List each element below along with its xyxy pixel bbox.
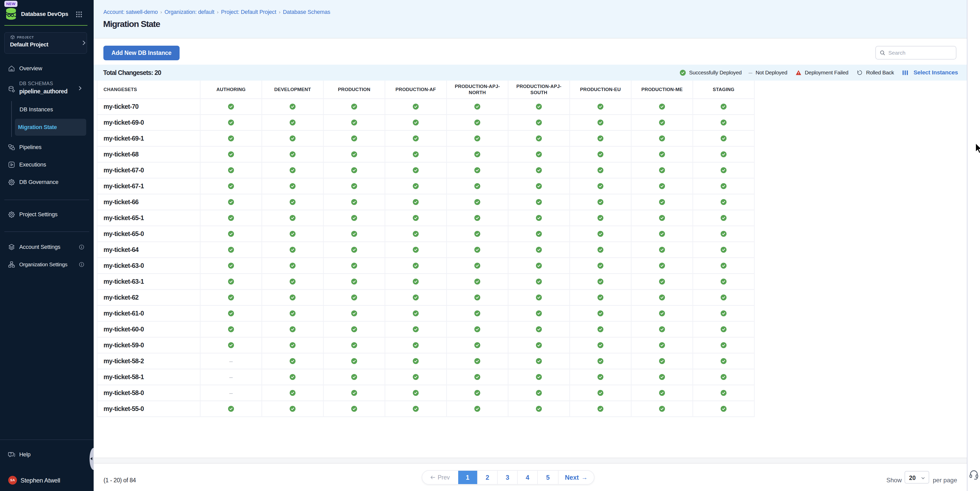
svg-text:?: ?: [10, 452, 12, 456]
